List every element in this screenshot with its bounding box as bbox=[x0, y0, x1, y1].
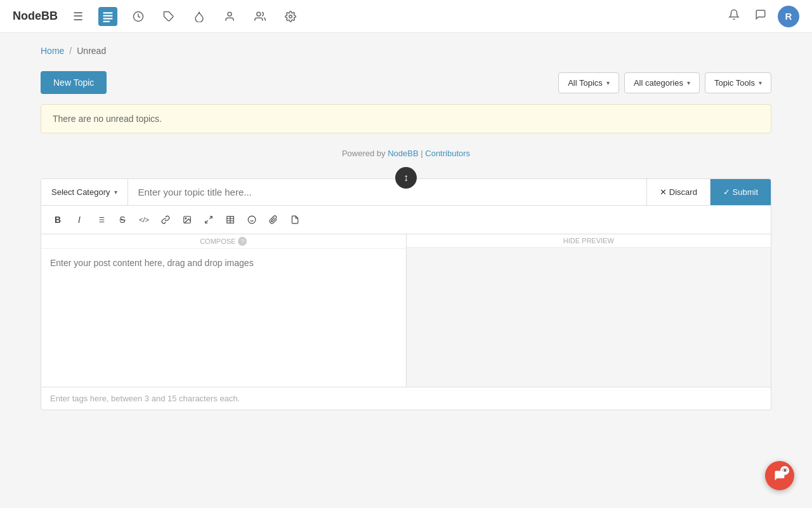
attachment-button[interactable] bbox=[263, 210, 284, 230]
format-toolbar: B I S </> bbox=[41, 206, 771, 234]
svg-point-8 bbox=[289, 15, 292, 18]
navbar-left: NodeBB ☰ bbox=[13, 6, 300, 27]
chat-icon[interactable] bbox=[751, 5, 770, 27]
topic-title-input[interactable] bbox=[128, 179, 647, 205]
chevron-down-icon: ▾ bbox=[687, 79, 690, 86]
svg-point-7 bbox=[257, 12, 261, 16]
compose-panel: Select Category ▾ ✕ Discard ✓ Submit B I bbox=[41, 178, 771, 410]
topic-tools-dropdown[interactable]: Topic Tools ▾ bbox=[705, 72, 771, 93]
breadcrumb-separator: / bbox=[69, 46, 72, 56]
compose-actions: ✕ Discard ✓ Submit bbox=[646, 179, 771, 205]
svg-line-18 bbox=[206, 220, 208, 223]
recent-icon[interactable] bbox=[129, 7, 148, 26]
content-textarea[interactable] bbox=[41, 249, 406, 387]
all-categories-dropdown[interactable]: All categories ▾ bbox=[624, 72, 700, 93]
navbar-right: R bbox=[724, 5, 799, 27]
submit-button[interactable]: ✓ Submit bbox=[710, 179, 771, 205]
italic-button[interactable]: I bbox=[69, 210, 89, 230]
preview-content bbox=[407, 248, 771, 387]
chevron-down-icon: ▾ bbox=[606, 79, 610, 86]
fullscreen-button[interactable] bbox=[199, 210, 219, 230]
breadcrumb-current: Unread bbox=[77, 46, 106, 56]
file-button[interactable] bbox=[285, 210, 305, 230]
list-button[interactable] bbox=[91, 210, 111, 230]
bold-button[interactable]: B bbox=[48, 210, 68, 230]
link-button[interactable] bbox=[155, 210, 176, 230]
user-icon[interactable] bbox=[220, 7, 239, 26]
avatar[interactable]: R bbox=[778, 6, 799, 27]
preview-section: HIDE PREVIEW bbox=[407, 234, 771, 387]
no-topics-alert: There are no unread topics. bbox=[41, 104, 771, 133]
tags-icon[interactable] bbox=[159, 7, 178, 26]
chevron-down-icon: ▾ bbox=[759, 79, 762, 86]
breadcrumb: Home / Unread bbox=[41, 46, 771, 56]
editor-area: COMPOSE ? HIDE PREVIEW bbox=[41, 234, 771, 387]
svg-point-23 bbox=[248, 216, 256, 224]
main-content: Home / Unread New Topic All Topics ▾ All… bbox=[25, 33, 787, 423]
all-topics-dropdown[interactable]: All Topics ▾ bbox=[558, 72, 619, 93]
chevron-down-icon: ▾ bbox=[114, 189, 117, 196]
navbar: NodeBB ☰ R bbox=[0, 0, 812, 33]
toolbar-row: New Topic All Topics ▾ All categories ▾ … bbox=[41, 71, 771, 94]
svg-rect-3 bbox=[103, 20, 110, 22]
svg-rect-2 bbox=[103, 18, 113, 19]
nodebb-link[interactable]: NodeBB bbox=[388, 149, 418, 158]
compose-overlay: ↕ Select Category ▾ ✕ Discard ✓ Submit bbox=[41, 178, 771, 410]
menu-icon[interactable]: ☰ bbox=[69, 6, 87, 27]
table-button[interactable] bbox=[220, 210, 240, 230]
compose-label: COMPOSE ? bbox=[41, 234, 406, 249]
page-footer: Powered by NodeBB | Contributors bbox=[41, 149, 771, 158]
home-icon[interactable] bbox=[98, 7, 117, 26]
users-icon[interactable] bbox=[251, 7, 270, 26]
svg-point-16 bbox=[185, 218, 187, 219]
notification-icon[interactable] bbox=[724, 5, 743, 27]
image-button[interactable] bbox=[177, 210, 197, 230]
compose-section: COMPOSE ? bbox=[41, 234, 407, 387]
svg-rect-0 bbox=[103, 12, 113, 13]
strikethrough-button[interactable]: S bbox=[112, 210, 133, 230]
svg-rect-1 bbox=[103, 15, 113, 16]
breadcrumb-home[interactable]: Home bbox=[41, 46, 64, 56]
code-button[interactable]: </> bbox=[134, 210, 154, 230]
compose-help-icon[interactable]: ? bbox=[238, 237, 247, 246]
hide-preview-label[interactable]: HIDE PREVIEW bbox=[407, 234, 771, 248]
svg-point-6 bbox=[228, 12, 232, 16]
toolbar-right: All Topics ▾ All categories ▾ Topic Tool… bbox=[558, 72, 771, 93]
svg-line-17 bbox=[209, 217, 212, 219]
select-category-button[interactable]: Select Category ▾ bbox=[41, 179, 128, 205]
emoji-button[interactable] bbox=[242, 210, 262, 230]
brand-logo[interactable]: NodeBB bbox=[13, 10, 58, 23]
settings-icon[interactable] bbox=[281, 7, 300, 26]
discard-button[interactable]: ✕ Discard bbox=[647, 179, 710, 205]
new-topic-button[interactable]: New Topic bbox=[41, 71, 107, 94]
popular-icon[interactable] bbox=[190, 7, 209, 26]
tags-row: Enter tags here, between 3 and 15 charac… bbox=[41, 387, 771, 410]
contributors-link[interactable]: Contributors bbox=[425, 149, 470, 158]
compose-drag-handle[interactable]: ↕ bbox=[395, 167, 417, 189]
